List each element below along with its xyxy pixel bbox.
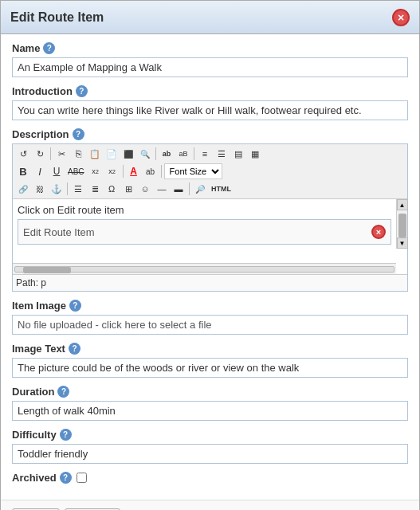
- v-scroll-down-btn[interactable]: ▼: [397, 237, 408, 249]
- align-right-btn[interactable]: ▤: [230, 146, 246, 162]
- link-btn[interactable]: 🔗: [15, 181, 31, 197]
- archived-label: Archived ?: [12, 472, 72, 484]
- copy-btn[interactable]: ⎘: [70, 146, 86, 162]
- subscript-btn[interactable]: x2: [88, 163, 104, 179]
- name-label: Name ?: [12, 42, 408, 54]
- item-image-help-icon[interactable]: ?: [69, 300, 81, 312]
- unlink-btn[interactable]: ⛓: [32, 181, 48, 197]
- dialog-body: Name ? Introduction ? Description ?: [1, 34, 419, 500]
- redo-btn[interactable]: ↻: [32, 146, 48, 162]
- dialog-title: Edit Route Item: [10, 10, 104, 25]
- archived-field-row: Archived ?: [12, 472, 408, 484]
- unordered-list-btn[interactable]: ☰: [70, 181, 86, 197]
- underline-btn[interactable]: U: [49, 163, 65, 179]
- highlight-btn[interactable]: ab: [143, 163, 159, 179]
- superscript-btn[interactable]: x2: [104, 163, 120, 179]
- dialog-footer: Save Cancel Data saved: [1, 500, 419, 510]
- horizontal-rule-btn[interactable]: —: [154, 181, 170, 197]
- name-help-icon[interactable]: ?: [43, 42, 55, 54]
- introduction-field-row: Introduction ?: [12, 85, 408, 120]
- undo-btn[interactable]: ↺: [15, 146, 31, 162]
- toolbar-sep-4: [123, 165, 124, 178]
- difficulty-help-icon[interactable]: ?: [60, 429, 72, 441]
- font-color-btn[interactable]: A: [126, 163, 142, 179]
- toolbar-sep-7: [189, 182, 190, 195]
- v-scroll-thumb[interactable]: [398, 214, 406, 237]
- name-field-row: Name ?: [12, 42, 408, 77]
- editor-content-area[interactable]: Click on Edit route item Edit Route Item…: [13, 199, 396, 263]
- introduction-label: Introduction ?: [12, 85, 408, 97]
- item-image-label: Item Image ?: [12, 300, 408, 312]
- description-help-icon[interactable]: ?: [73, 128, 84, 140]
- justify-btn[interactable]: ▦: [247, 146, 263, 162]
- toolbar-sep-6: [67, 182, 68, 195]
- editor-path-line: Path: p: [13, 274, 407, 291]
- h-scroll-thumb[interactable]: [23, 267, 71, 273]
- v-scroll-up-btn[interactable]: ▲: [397, 199, 408, 210]
- editor-horizontal-scrollbar[interactable]: [13, 263, 396, 274]
- editor-inner-title: Edit Route Item: [23, 226, 95, 238]
- smiley-btn[interactable]: ☺: [137, 181, 153, 197]
- editor-scroll-area: Click on Edit route item Edit Route Item…: [13, 199, 407, 274]
- toolbar-row-2: B I U ABC x2 x2 A ab Font Size 8 10: [15, 163, 405, 179]
- name-input[interactable]: [12, 57, 408, 77]
- editor-container: ↺ ↻ ✂ ⎘ 📋 📄 ⬛ 🔍 ab aB ≡ ☰: [12, 143, 408, 292]
- editor-inner-close-btn[interactable]: ×: [371, 225, 386, 239]
- toolbar-row-1: ↺ ↻ ✂ ⎘ 📋 📄 ⬛ 🔍 ab aB ≡ ☰: [15, 146, 405, 162]
- editor-toolbar: ↺ ↻ ✂ ⎘ 📋 📄 ⬛ 🔍 ab aB ≡ ☰: [13, 144, 407, 199]
- html-source-btn[interactable]: HTML: [209, 181, 234, 197]
- editor-inner-box: Edit Route Item ×: [18, 219, 391, 245]
- special-char-btn[interactable]: Ω: [104, 181, 120, 197]
- toolbar-row-3: 🔗 ⛓ ⚓ ☰ ≣ Ω ⊞ ☺ — ▬ 🔎 HTML: [15, 181, 405, 197]
- duration-field-row: Duration ?: [12, 386, 408, 421]
- editor-placeholder-text: Click on Edit route item: [18, 204, 124, 216]
- spellcheck-btn[interactable]: aB: [175, 146, 191, 162]
- strikethrough-btn[interactable]: ABC: [65, 163, 87, 179]
- toolbar-sep-2: [155, 147, 156, 160]
- anchor-btn[interactable]: ⚓: [49, 181, 65, 197]
- image-text-field-row: Image Text ?: [12, 343, 408, 378]
- duration-input[interactable]: [12, 401, 408, 421]
- duration-help-icon[interactable]: ?: [57, 386, 69, 398]
- cut-btn[interactable]: ✂: [53, 146, 69, 162]
- edit-route-item-dialog: Edit Route Item × Name ? Introduction ? …: [0, 0, 420, 510]
- toolbar-sep-5: [161, 165, 162, 178]
- item-image-field-row: Item Image ?: [12, 300, 408, 335]
- page-break-btn[interactable]: ▬: [171, 181, 186, 197]
- difficulty-input[interactable]: [12, 444, 408, 464]
- find-replace-btn[interactable]: 🔍: [137, 146, 153, 162]
- duration-label: Duration ?: [12, 386, 408, 398]
- description-field-row: Description ? ↺ ↻ ✂ ⎘ 📋 📄 ⬛: [12, 128, 408, 292]
- archived-checkbox[interactable]: [77, 473, 87, 483]
- paste-text-btn[interactable]: 📄: [104, 146, 120, 162]
- find-btn[interactable]: ab: [159, 146, 175, 162]
- toolbar-sep-3: [194, 147, 194, 160]
- dialog-header: Edit Route Item ×: [1, 1, 419, 34]
- image-text-help-icon[interactable]: ?: [69, 343, 80, 355]
- introduction-input[interactable]: [12, 100, 408, 120]
- paste-btn[interactable]: 📋: [87, 146, 103, 162]
- item-image-input[interactable]: [12, 315, 408, 335]
- image-text-label: Image Text ?: [12, 343, 408, 355]
- difficulty-field-row: Difficulty ?: [12, 429, 408, 464]
- preview-btn[interactable]: 🔎: [192, 181, 208, 197]
- paste-word-btn[interactable]: ⬛: [120, 146, 136, 162]
- ordered-list-btn[interactable]: ≣: [87, 181, 103, 197]
- close-button[interactable]: ×: [392, 9, 410, 26]
- h-scroll-track: [14, 266, 394, 273]
- difficulty-label: Difficulty ?: [12, 429, 408, 441]
- introduction-help-icon[interactable]: ?: [76, 85, 88, 97]
- italic-btn[interactable]: I: [32, 163, 48, 179]
- font-size-select[interactable]: Font Size 8 10 12 14 18 24: [164, 163, 222, 179]
- archived-help-icon[interactable]: ?: [60, 472, 72, 484]
- description-label: Description ?: [12, 128, 408, 140]
- editor-vertical-scrollbar[interactable]: ▲ ▼: [396, 199, 407, 249]
- align-left-btn[interactable]: ≡: [197, 146, 213, 162]
- toolbar-sep-1: [50, 147, 51, 160]
- bold-btn[interactable]: B: [15, 163, 31, 179]
- embed-btn[interactable]: ⊞: [120, 181, 136, 197]
- align-center-btn[interactable]: ☰: [214, 146, 230, 162]
- image-text-input[interactable]: [12, 358, 408, 378]
